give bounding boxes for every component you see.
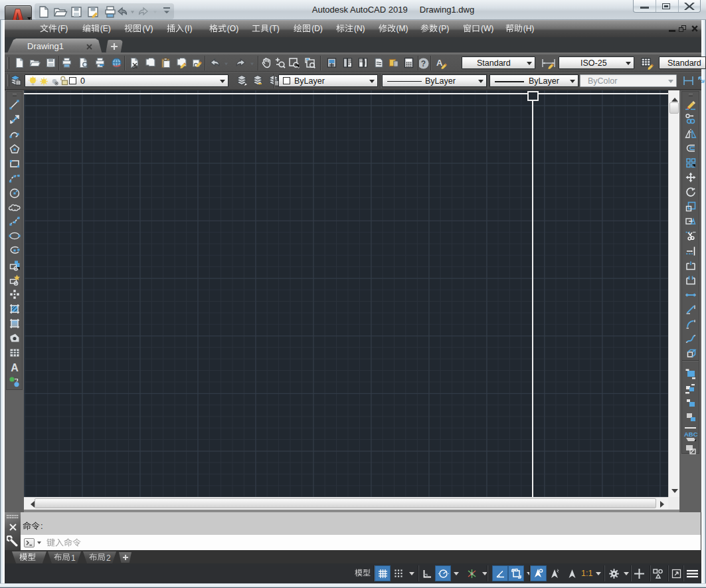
svg-text:A: A — [436, 58, 443, 68]
svg-text:?: ? — [421, 59, 426, 68]
svg-text:ABC: ABC — [684, 431, 698, 438]
svg-text:A: A — [11, 361, 19, 373]
